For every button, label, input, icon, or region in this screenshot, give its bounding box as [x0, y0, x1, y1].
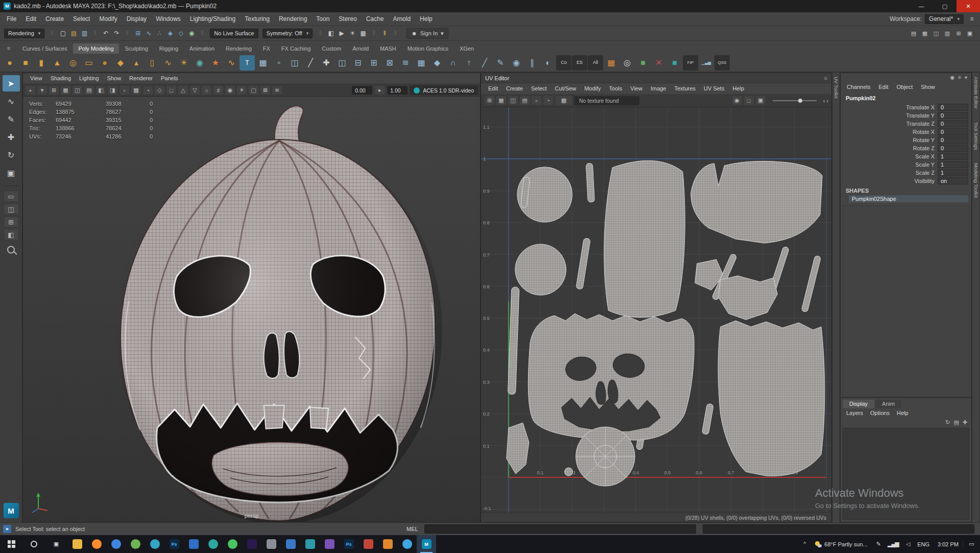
whatsapp[interactable]	[223, 535, 242, 553]
screen-space-ao-icon[interactable]: ◉	[225, 85, 235, 95]
curve-tool-icon[interactable]: ∿	[224, 55, 239, 71]
uv-editor-title-bar[interactable]: UV Editor ≡	[481, 73, 831, 83]
isolate-select-icon[interactable]: ⊠	[260, 85, 271, 95]
lasso-tool[interactable]: ∿	[3, 93, 20, 109]
extrude-icon[interactable]: ↑	[461, 55, 476, 71]
uv-menu-item[interactable]: Image	[647, 83, 671, 94]
channel-value-field[interactable]: 1	[938, 153, 968, 160]
render-settings-icon[interactable]: ☀	[347, 28, 357, 38]
browser-chrome[interactable]	[126, 535, 145, 553]
toggle-attr-editor-icon[interactable]: ▤	[909, 29, 918, 38]
uv-filter-icon[interactable]: ▣	[755, 96, 766, 105]
layer-editor-menu-item[interactable]: Options	[867, 408, 893, 418]
boolean-union-icon[interactable]: ⊞	[366, 55, 381, 71]
viewport-menu-item[interactable]: Panels	[157, 73, 182, 84]
delete-history-icon[interactable]: ✕	[651, 55, 666, 71]
poly-platonic-icon[interactable]: ◆	[113, 55, 128, 71]
xray-icon[interactable]: ≋	[272, 85, 282, 95]
menu-item[interactable]: Edit	[21, 12, 41, 26]
app-red[interactable]	[358, 535, 378, 553]
multisample-icon[interactable]: ▢	[248, 85, 259, 95]
language-indicator[interactable]: ENG	[913, 541, 934, 547]
channel-value-field[interactable]: 0	[938, 145, 968, 152]
uv-menu-item[interactable]: Create	[502, 83, 527, 94]
all-label-icon[interactable]: All	[588, 55, 603, 71]
motion-blur-icon[interactable]: ☀	[236, 85, 247, 95]
move-tool[interactable]: ✚	[3, 129, 20, 145]
channel-box-menu-item[interactable]: Channels	[843, 82, 874, 92]
maya[interactable]: M	[417, 535, 436, 553]
super-shape-icon[interactable]: ★	[208, 55, 223, 71]
viewport-menu-item[interactable]: Shading	[46, 73, 75, 84]
close-button[interactable]: ✕	[957, 0, 980, 12]
shelf-tab[interactable]: MASH	[375, 43, 401, 54]
app-teal-square[interactable]	[300, 535, 320, 553]
menu-set-selector[interactable]: Rendering ▾	[4, 29, 44, 38]
channel-box-menu-item[interactable]: Show	[917, 82, 939, 92]
layer-editor-menu-item[interactable]: Layers	[843, 408, 867, 418]
view-grid-icon[interactable]: ▤	[84, 85, 94, 95]
app-blue-square[interactable]	[184, 535, 203, 553]
uv-distortion-icon[interactable]: ◔	[543, 96, 554, 105]
measure-icon[interactable]: ╱	[303, 55, 318, 71]
menu-item[interactable]: Create	[41, 12, 68, 26]
green-cube-icon[interactable]: ■	[635, 55, 651, 71]
shelf-tab[interactable]: Rendering	[221, 43, 257, 54]
shelf-tab[interactable]: FX	[258, 43, 275, 54]
toggle-toolbox-icon[interactable]: ▦	[920, 29, 929, 38]
uv-tile-icon[interactable]: ◫	[508, 96, 518, 105]
insert-edge-loop-icon[interactable]: ∥	[524, 55, 540, 71]
bookmark-icon[interactable]: ▦	[60, 85, 71, 95]
separator[interactable]: ‖	[390, 28, 400, 38]
layout-single-pane[interactable]: ▭	[4, 191, 19, 202]
title-bar[interactable]: M kado2.mb - Autodesk MAYA 2023: F:\_Sho…	[0, 0, 980, 12]
mirror-icon[interactable]: ◐	[540, 55, 556, 71]
gamma-toggle-icon[interactable]: ▸	[374, 85, 385, 95]
channel-value-field[interactable]: 0	[938, 120, 968, 127]
channel-value-field[interactable]: 0	[938, 112, 968, 119]
shelf-tab[interactable]: Animation	[184, 43, 220, 54]
app-blue2[interactable]	[281, 535, 300, 553]
shelf-tab[interactable]: Poly Modeling	[73, 43, 118, 54]
toggle-modeling-toolkit-icon[interactable]: ▣	[965, 29, 974, 38]
make-live-icon[interactable]: ◉	[186, 28, 197, 38]
task-view-button[interactable]: ▣	[45, 535, 67, 553]
shelf-tab[interactable]: Custom	[317, 43, 346, 54]
menu-item[interactable]: Rendering	[274, 12, 312, 26]
uv-checker-map-icon[interactable]: ▫	[531, 96, 542, 105]
photoshop-2[interactable]: Ps	[339, 535, 358, 553]
separator[interactable]: ‖	[47, 28, 57, 38]
panel-menu-icon[interactable]: ≡	[824, 75, 827, 81]
weather-widget[interactable]: 68°F Partly sun...	[810, 541, 873, 547]
poly-pyramid-icon[interactable]: ▴	[129, 55, 144, 71]
uv-menu-item[interactable]: Edit	[484, 83, 502, 94]
clock[interactable]: 3:02 PM	[934, 541, 963, 547]
app-purple-dark[interactable]	[242, 535, 261, 553]
snap-grid-icon[interactable]: ⊞	[133, 28, 143, 38]
browser-firefox[interactable]	[87, 535, 106, 553]
workspace-options-icon[interactable]: ≡	[967, 15, 977, 22]
bevel-icon[interactable]: ◆	[429, 55, 445, 71]
target-weld-icon[interactable]: ◉	[509, 55, 524, 71]
color-space-selector[interactable]: ACES 1.0 SDR-video	[410, 85, 478, 95]
type-tool-icon[interactable]: T	[240, 55, 255, 71]
hidden-icons-chevron[interactable]: ^	[800, 541, 810, 547]
snap-point-icon[interactable]: ∴	[154, 28, 164, 38]
shelf-tab[interactable]: FX Caching	[276, 43, 316, 54]
options-icon[interactable]: ▾	[965, 75, 967, 80]
exposure-field[interactable]: 0.00	[352, 86, 372, 95]
shelf-tab[interactable]: XGen	[455, 43, 479, 54]
layer-editor-tab[interactable]: Anim	[875, 400, 901, 408]
poly-pipe-icon[interactable]: ▯	[145, 55, 160, 71]
layout-persp-outliner[interactable]: ◧	[4, 229, 19, 240]
sync-layers-icon[interactable]: ↻	[945, 419, 950, 426]
lights-icon[interactable]: ○	[201, 85, 212, 95]
snap-projected-icon[interactable]: ◈	[165, 28, 175, 38]
viewport-3d-view[interactable]	[23, 97, 480, 522]
teal-cube-icon[interactable]: ■	[667, 55, 682, 71]
subdivide-icon[interactable]: ▦	[414, 55, 429, 71]
pin-icon[interactable]: ◉	[950, 75, 954, 80]
app-purple[interactable]	[320, 535, 339, 553]
shelf-tab[interactable]: Curves / Surfaces	[17, 43, 72, 54]
svg-tool-icon[interactable]: ▦	[255, 55, 271, 71]
